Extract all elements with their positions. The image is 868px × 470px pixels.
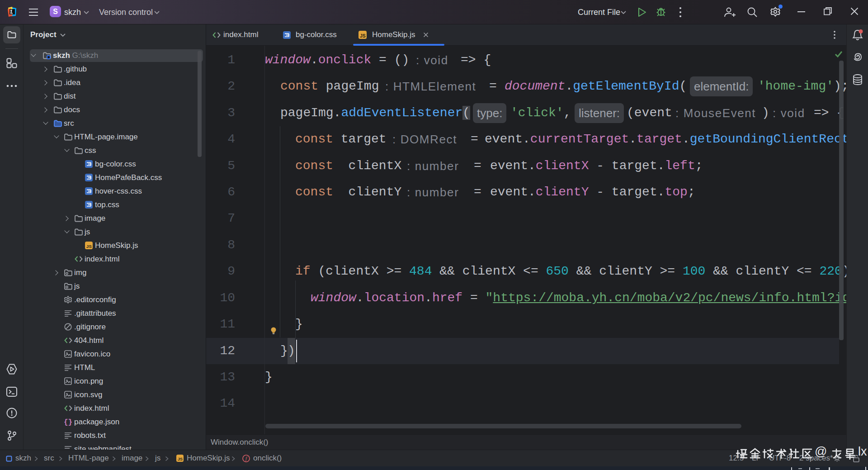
svg-text:JS: JS (86, 244, 92, 249)
svg-text:{}: {} (64, 418, 72, 427)
svg-text:JS: JS (360, 33, 366, 38)
